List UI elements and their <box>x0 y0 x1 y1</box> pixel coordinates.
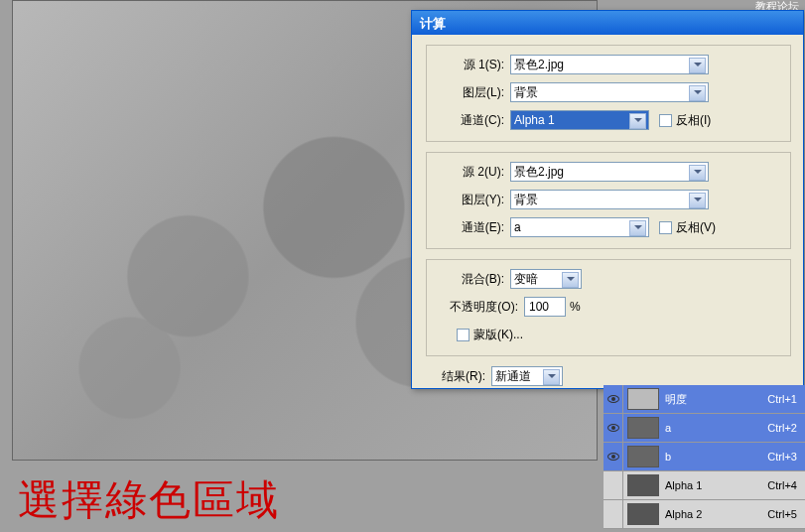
invert2-checkbox[interactable] <box>659 221 672 234</box>
channel-shortcut: Ctrl+4 <box>767 479 805 491</box>
source1-combo[interactable]: 景色2.jpg <box>510 55 709 74</box>
opacity-suffix: % <box>570 300 581 314</box>
mask-checkbox[interactable] <box>457 329 470 341</box>
source2-value: 景色2.jpg <box>514 164 564 181</box>
visibility-toggle[interactable] <box>604 385 623 413</box>
chevron-down-icon <box>567 277 575 281</box>
opacity-input[interactable] <box>524 297 566 317</box>
channel-name: a <box>665 422 767 434</box>
result-combo[interactable]: 新通道 <box>491 366 563 386</box>
dialog-title-bar[interactable]: 计算 <box>412 11 803 35</box>
visibility-toggle[interactable] <box>604 500 623 528</box>
channel2-combo[interactable]: a <box>510 217 649 237</box>
blend-label: 混合(B): <box>437 271 510 288</box>
eye-icon <box>607 453 619 461</box>
eye-icon <box>607 395 619 403</box>
layer1-label: 图层(L): <box>437 84 510 101</box>
result-value: 新通道 <box>495 368 531 385</box>
channel2-label: 通道(E): <box>437 219 510 236</box>
channel-thumbnail <box>627 446 659 467</box>
channel1-value: Alpha 1 <box>514 113 555 127</box>
layer2-combo[interactable]: 背景 <box>510 190 709 209</box>
dialog-title: 计算 <box>420 16 446 31</box>
channels-panel: 明度Ctrl+1aCtrl+2bCtrl+3Alpha 1Ctrl+4Alpha… <box>604 385 805 529</box>
source1-value: 景色2.jpg <box>514 57 564 73</box>
source1-label: 源 1(S): <box>437 57 510 73</box>
channel-row[interactable]: Alpha 1Ctrl+4 <box>604 471 805 500</box>
invert2-label: 反相(V) <box>676 219 716 236</box>
source2-combo[interactable]: 景色2.jpg <box>510 162 709 182</box>
blend-group: 混合(B): 变暗 不透明度(O): % 蒙版(K)... <box>426 259 791 356</box>
channel-thumbnail <box>627 417 659 439</box>
chevron-down-icon <box>694 63 702 66</box>
blend-value: 变暗 <box>514 271 538 288</box>
mask-label: 蒙版(K)... <box>473 327 523 343</box>
layer1-combo[interactable]: 背景 <box>510 82 709 102</box>
layer1-value: 背景 <box>514 84 538 101</box>
channel-row[interactable]: bCtrl+3 <box>604 443 805 471</box>
layer2-value: 背景 <box>514 192 538 208</box>
layer2-label: 图层(Y): <box>437 192 510 208</box>
channel-thumbnail <box>627 388 659 410</box>
chevron-down-icon <box>548 374 556 378</box>
channel-row[interactable]: Alpha 2Ctrl+5 <box>604 500 805 529</box>
channel-row[interactable]: aCtrl+2 <box>604 414 805 443</box>
channel-shortcut: Ctrl+5 <box>767 508 805 520</box>
source1-group: 源 1(S): 景色2.jpg 图层(L): 背景 通道(C): Alpha 1… <box>426 45 791 142</box>
channel-name: Alpha 2 <box>665 508 767 520</box>
opacity-label: 不透明度(O): <box>437 299 524 316</box>
dialog-body: 源 1(S): 景色2.jpg 图层(L): 背景 通道(C): Alpha 1… <box>412 35 803 396</box>
chevron-down-icon <box>694 170 702 174</box>
source2-label: 源 2(U): <box>437 164 510 181</box>
chevron-down-icon <box>634 225 642 229</box>
visibility-toggle[interactable] <box>604 443 623 470</box>
chevron-down-icon <box>694 90 702 94</box>
result-label: 结果(R): <box>430 368 491 385</box>
channel-name: 明度 <box>665 392 767 407</box>
blend-combo[interactable]: 变暗 <box>510 269 582 289</box>
invert1-label: 反相(I) <box>676 112 711 129</box>
invert1-checkbox[interactable] <box>659 114 672 127</box>
visibility-toggle[interactable] <box>604 471 623 499</box>
result-row: 结果(R): 新通道 <box>426 366 791 386</box>
channel2-value: a <box>514 220 521 234</box>
channel-row[interactable]: 明度Ctrl+1 <box>604 385 805 414</box>
eye-icon <box>607 424 619 432</box>
channel-shortcut: Ctrl+1 <box>767 393 805 405</box>
channel-name: b <box>665 451 767 463</box>
channel-thumbnail <box>627 474 659 496</box>
channel-shortcut: Ctrl+3 <box>767 451 805 463</box>
channel1-label: 通道(C): <box>437 112 510 129</box>
calculations-dialog: 计算 源 1(S): 景色2.jpg 图层(L): 背景 通道(C): Alph… <box>411 10 804 389</box>
chevron-down-icon <box>694 198 702 201</box>
chevron-down-icon <box>634 118 642 122</box>
channel-name: Alpha 1 <box>665 479 767 491</box>
annotation-text: 選擇綠色區域 <box>18 472 280 528</box>
channel1-combo[interactable]: Alpha 1 <box>510 110 649 130</box>
channel-thumbnail <box>627 503 659 525</box>
source2-group: 源 2(U): 景色2.jpg 图层(Y): 背景 通道(E): a 反相(V) <box>426 152 791 249</box>
channel-shortcut: Ctrl+2 <box>767 422 805 434</box>
visibility-toggle[interactable] <box>604 414 623 442</box>
